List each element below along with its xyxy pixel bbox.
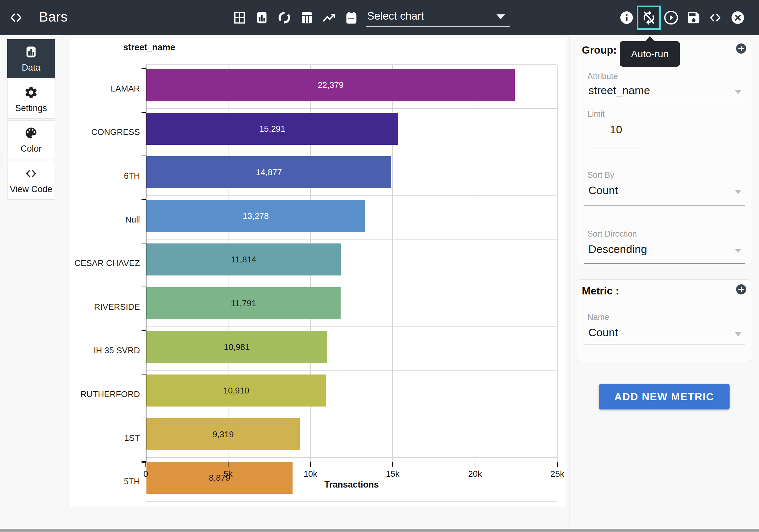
- bar-chart-button[interactable]: [254, 10, 269, 25]
- bar-chart-icon: [24, 45, 38, 59]
- column-chart-button[interactable]: [300, 10, 314, 25]
- category-label: 6TH: [124, 171, 140, 181]
- view-code-button[interactable]: [708, 10, 723, 25]
- y-axis-tick: [141, 330, 146, 331]
- sidebar-item-data[interactable]: Data: [7, 39, 55, 78]
- sort-by-select[interactable]: Count: [588, 184, 744, 199]
- code-icon: [708, 10, 723, 25]
- y-axis-tick: [141, 243, 146, 244]
- metric-name-underline: [584, 344, 745, 344]
- save-button[interactable]: [686, 10, 701, 25]
- limit-underline: [588, 147, 644, 147]
- autorun-tooltip: Auto-run: [620, 41, 680, 67]
- chevron-down-icon: [735, 190, 742, 194]
- chart-card: street_name LAMAR22,379CONGRESS15,2916TH…: [70, 39, 566, 507]
- code-icon: [24, 166, 38, 181]
- x-tick-label: 0: [143, 469, 148, 479]
- x-axis-tick: [228, 462, 228, 467]
- sort-direction-underline: [584, 263, 745, 264]
- sidebar-item-color[interactable]: Color: [7, 120, 55, 159]
- category-label: Null: [125, 214, 140, 224]
- sidebar-item-view-code[interactable]: View Code: [7, 161, 55, 200]
- x-axis-tick: [557, 462, 558, 467]
- metric-name-select[interactable]: Count: [588, 326, 744, 341]
- y-axis-line: [146, 65, 146, 462]
- y-axis-tick: [141, 199, 146, 200]
- y-axis-tick: [141, 156, 146, 156]
- close-icon: [730, 10, 745, 25]
- sort-direction-select[interactable]: Descending: [588, 243, 744, 258]
- attribute-underline: [584, 100, 745, 100]
- sidebar-item-settings[interactable]: Settings: [7, 80, 55, 119]
- app-title: Bars: [39, 9, 68, 25]
- limit-input[interactable]: 10: [588, 123, 644, 138]
- x-axis-tick: [392, 462, 393, 467]
- close-button[interactable]: [730, 10, 745, 25]
- play-circle-icon: [663, 10, 679, 25]
- y-axis-tick: [141, 68, 146, 69]
- navbar-code-icon[interactable]: [9, 10, 23, 25]
- horizontal-scrollbar[interactable]: [0, 529, 759, 532]
- table-chart-button[interactable]: [232, 10, 247, 25]
- y-axis-tick: [141, 286, 146, 287]
- category-label: CESAR CHAVEZ: [74, 258, 140, 268]
- metric-name-value: Count: [588, 326, 618, 339]
- bar-chart-plot: LAMAR22,379CONGRESS15,2916TH14,877Null13…: [146, 64, 557, 462]
- chevron-down-icon: [735, 249, 742, 253]
- metric-panel: Metric : Name Count: [577, 280, 751, 362]
- palette-icon: [24, 126, 38, 140]
- add-metric-plus-button[interactable]: [736, 284, 746, 294]
- y-axis-tick: [141, 374, 146, 374]
- save-icon: [686, 10, 701, 25]
- sidebar-item-label: Data: [21, 63, 40, 73]
- info-icon: [619, 10, 634, 25]
- y-axis-tick: [141, 112, 146, 113]
- line-chart-button[interactable]: [322, 10, 337, 25]
- attribute-select[interactable]: street_name: [588, 84, 744, 99]
- donut-chart-icon: [277, 10, 292, 25]
- select-chart-dropdown[interactable]: Select chart: [366, 7, 510, 27]
- metric-panel-title: Metric :: [582, 285, 619, 297]
- attribute-value: street_name: [588, 84, 650, 96]
- x-tick-label: 25k: [550, 469, 564, 479]
- chevron-down-icon: [735, 332, 742, 336]
- sidebar-item-label: Color: [20, 144, 42, 154]
- x-axis: 05k10k15k20k25k: [146, 65, 557, 462]
- category-label: LAMAR: [110, 83, 140, 94]
- calendar-icon: [344, 10, 359, 25]
- auto-run-toggle-button[interactable]: [637, 6, 661, 30]
- sort-direction-value: Descending: [588, 243, 647, 255]
- sort-by-label: Sort By: [587, 170, 614, 180]
- x-axis-tick: [475, 462, 475, 467]
- chevron-down-icon: [497, 15, 505, 19]
- column-chart-icon: [300, 10, 314, 25]
- add-group-button[interactable]: [736, 44, 746, 54]
- select-chart-underline: [366, 26, 510, 27]
- calendar-button[interactable]: [344, 10, 359, 25]
- tooltip-arrow: [645, 36, 655, 42]
- chevron-down-icon: [735, 90, 742, 94]
- x-axis-tick: [310, 462, 311, 467]
- tooltip-text: Auto-run: [631, 48, 668, 59]
- group-panel-title: Group: 1: [582, 44, 625, 56]
- run-query-button[interactable]: [663, 10, 679, 25]
- select-chart-placeholder: Select chart: [367, 10, 424, 22]
- code-icon: [9, 10, 23, 25]
- metric-name-label: Name: [587, 312, 609, 322]
- plus-icon: [741, 286, 742, 292]
- attribute-label: Attribute: [587, 72, 618, 81]
- chart-title: street_name: [123, 43, 175, 53]
- donut-chart-button[interactable]: [277, 10, 292, 25]
- gear-icon: [24, 85, 38, 100]
- y-axis-tick: [141, 461, 146, 462]
- add-new-metric-button[interactable]: ADD NEW METRIC: [599, 384, 730, 409]
- info-button[interactable]: [619, 10, 634, 25]
- sort-by-underline: [584, 205, 745, 206]
- y-axis-tick: [141, 418, 146, 418]
- line-chart-icon: [322, 10, 337, 25]
- table-icon: [232, 10, 247, 25]
- x-tick-label: 15k: [386, 469, 399, 479]
- sidebar: Data Settings Color View Code: [7, 39, 55, 201]
- bar-chart-icon: [254, 10, 269, 25]
- category-label: IH 35 SVRD: [94, 345, 140, 356]
